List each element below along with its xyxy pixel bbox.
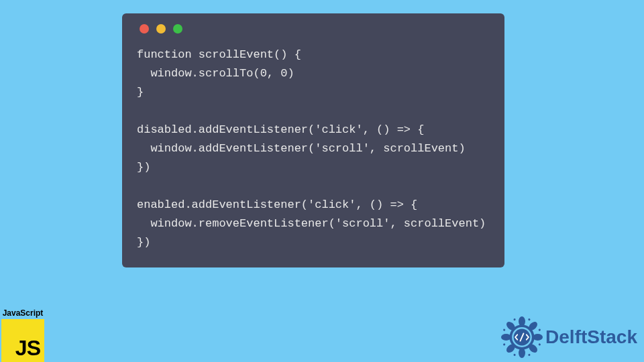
delftstack-brand: DelftStack — [501, 316, 637, 358]
javascript-icon-text: JS — [15, 336, 40, 361]
code-window: function scrollEvent() { window.scrollTo… — [122, 13, 504, 267]
svg-point-10 — [538, 343, 541, 346]
window-controls — [137, 24, 490, 34]
svg-point-15 — [513, 318, 516, 321]
minimize-dot-icon — [156, 24, 166, 34]
svg-point-8 — [528, 318, 531, 321]
svg-point-9 — [538, 328, 541, 331]
javascript-label: JavaScript — [3, 308, 44, 318]
maximize-dot-icon — [173, 24, 182, 34]
svg-point-14 — [503, 328, 506, 331]
javascript-badge: JavaScript JS — [0, 308, 46, 362]
svg-point-11 — [528, 353, 531, 356]
svg-point-12 — [513, 353, 516, 356]
svg-point-13 — [503, 343, 506, 346]
code-block: function scrollEvent() { window.scrollTo… — [137, 46, 490, 253]
delftstack-name: DelftStack — [545, 326, 637, 348]
delftstack-logo-icon — [501, 316, 543, 358]
javascript-icon: JS — [1, 319, 44, 362]
close-dot-icon — [140, 24, 149, 34]
